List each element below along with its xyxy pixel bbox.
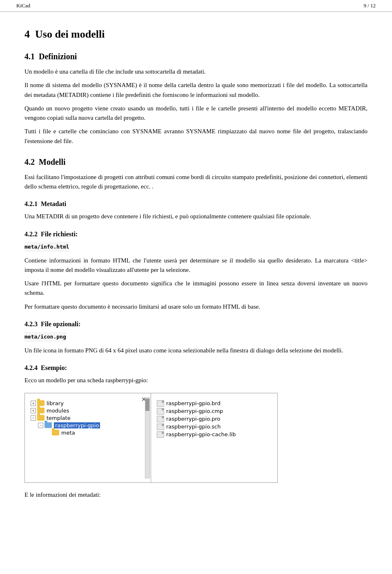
example-intro: Ecco un modello per una scheda raspberry…	[24, 376, 368, 385]
file-label-pro: raspberrypi-gpio.pro	[166, 416, 220, 422]
folder-icon-raspberrypi	[45, 422, 52, 428]
example-figure: ✕ + library + modules − template − raspb…	[24, 393, 278, 483]
tree-item-library[interactable]: + library	[31, 400, 145, 406]
folder-icon-meta	[52, 430, 59, 435]
tree-label-raspberrypi: raspberrypi-gpio	[54, 422, 100, 428]
page-number: 9 / 12	[363, 2, 376, 9]
subsection-4-2-1-title: 4.2.1 Metadati	[24, 200, 368, 208]
tree-item-template[interactable]: − template	[31, 415, 145, 421]
expand-icon-library[interactable]: +	[31, 401, 36, 406]
folder-icon-template	[37, 415, 45, 421]
file-icon-cmp	[157, 408, 164, 415]
file-icon-pro	[157, 416, 164, 422]
file-item-cmp[interactable]: raspberrypi-gpio.cmp	[157, 408, 272, 415]
subsection-4-2-2-title: 4.2.2 File richiesti:	[24, 231, 368, 238]
file-label-brd: raspberrypi-gpio.brd	[166, 400, 220, 406]
expand-icon-raspberrypi[interactable]: −	[38, 423, 43, 428]
file-label-sch: raspberrypi-gpio.sch	[166, 424, 220, 430]
file-icon-lib	[157, 431, 164, 438]
file-label-lib: raspberrypi-gpio-cache.lib	[166, 431, 236, 437]
tree-label-meta: meta	[61, 430, 75, 436]
expand-icon-modules[interactable]: +	[31, 408, 36, 413]
tree-item-raspberrypi-gpio[interactable]: − raspberrypi-gpio	[31, 422, 145, 428]
file-desc-2: Un file icona in formato PNG di 64 x 64 …	[24, 346, 368, 355]
section-4-1-p4: Tutti i file e cartelle che cominciano c…	[24, 127, 368, 146]
folder-icon-library	[37, 400, 45, 406]
section-4-1-p3: Quando un nuovo progetto viene creato us…	[24, 104, 368, 123]
subsection-4-2-1-p1: Una METADIR di un progetto deve contener…	[24, 212, 368, 221]
tree-item-meta[interactable]: meta	[31, 430, 145, 436]
file-item-pro[interactable]: raspberrypi-gpio.pro	[157, 416, 272, 422]
after-figure-text: E le informazioni dei metadati:	[24, 490, 368, 500]
file-desc-1: Contiene informazioni in formato HTML ch…	[24, 256, 368, 275]
file-icon-sch	[157, 424, 164, 430]
file-item-sch[interactable]: raspberrypi-gpio.sch	[157, 424, 272, 430]
expand-icon-template[interactable]: −	[31, 415, 36, 421]
file-item-lib[interactable]: raspberrypi-gpio-cache.lib	[157, 431, 272, 438]
scroll-thumb	[145, 399, 149, 411]
file-desc-1-extra2: Per formattare questo documento è necess…	[24, 302, 368, 312]
figure-left-tree: ✕ + library + modules − template − raspb…	[25, 393, 151, 482]
section-4-1-title: 4.1 Definizioni	[24, 52, 368, 61]
section-4-2-title: 4.2 Modelli	[24, 157, 368, 167]
section-4-1-p2: Il nome di sistema del modello (SYSNAME)…	[24, 81, 368, 100]
file-item-brd[interactable]: raspberrypi-gpio.brd	[157, 400, 272, 407]
app-name: KiCad	[16, 2, 30, 9]
section-4-2-intro: Essi facilitano l'impostazione di proget…	[24, 173, 368, 192]
folder-icon-modules	[37, 408, 45, 413]
scrollbar-left[interactable]	[145, 397, 150, 478]
tree-item-modules[interactable]: + modules	[31, 408, 145, 414]
figure-right-files: raspberrypi-gpio.brd raspberrypi-gpio.cm…	[151, 393, 277, 482]
main-content: 4 Uso dei modelli 4.1 Definizioni Un mod…	[0, 12, 392, 520]
file-label-cmp: raspberrypi-gpio.cmp	[166, 408, 223, 414]
subsection-4-2-3-title: 4.2.3 File opzionali:	[24, 321, 368, 328]
tree-label-library: library	[47, 400, 64, 406]
file-icon-brd	[157, 400, 164, 407]
subsection-4-2-4-title: 4.2.4 Esempio:	[24, 364, 368, 372]
tree-label-template: template	[47, 415, 71, 421]
section-4-1-p1: Un modello è una cartella di file che in…	[24, 67, 368, 76]
chapter-title: 4 Uso dei modelli	[24, 28, 368, 40]
file-desc-1-extra1: Usare l'HTML per formattare questo docum…	[24, 279, 368, 298]
page-header: KiCad 9 / 12	[0, 0, 392, 12]
tree-label-modules: modules	[47, 408, 69, 414]
file-name-2: meta/icon.png	[24, 332, 368, 342]
file-name-1: meta/info.html	[24, 242, 368, 252]
